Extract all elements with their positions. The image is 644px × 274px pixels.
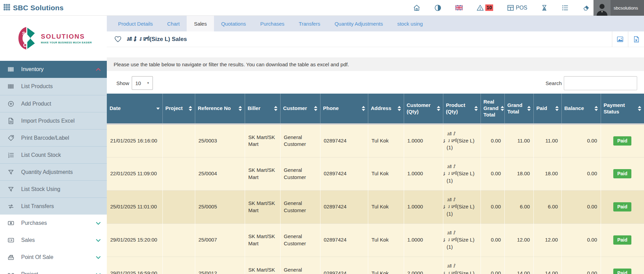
banknote-icon [7,220,15,227]
show-label: Show [116,80,129,86]
cell-customer-qty-: 1.0000 [404,223,443,257]
sidebar-item-inventory[interactable]: Inventory [0,61,107,78]
sidebar-item-add-product[interactable]: Add Product [0,95,107,112]
uk-flag-icon[interactable] [455,5,463,10]
svg-text:S: S [22,31,25,36]
logo-emblem: S B C [15,25,38,52]
table-row[interactable]: 29/01/2025 16:59:0025/0012SK Mart/SK Mar… [107,257,644,274]
column-header-reference-no[interactable]: Reference No [195,94,245,124]
sidebar-item-project[interactable]: Project [0,266,107,274]
cell-balance: 0.00 [561,223,601,257]
column-header-biller[interactable]: Biller [245,94,280,124]
home-icon[interactable] [413,4,420,12]
brand-title: SBC Solutions [13,4,63,12]
sidebar: S B C SOLUTIONS MAKE YOUR BUSINESS MUCH … [0,16,107,274]
search-input[interactable] [564,76,637,90]
tab-transfers[interactable]: Transfers [291,16,327,31]
favorite-heart-icon[interactable] [107,36,126,42]
column-header-phone[interactable]: Phone [320,94,368,124]
main-content: Product DetailsChartSalesQuotationsPurch… [107,16,644,274]
cell-reference-no: 25/0003 [195,124,245,157]
cell-grand-total: 12.00 [504,223,533,257]
sidebar-item-list-transfers[interactable]: List Transfers [0,197,107,215]
cell-address: Tul Kok [368,190,404,223]
sidebar-item-print-barcode-label[interactable]: Print Barcode/Label [0,129,107,146]
sidebar-item-list-count-stock[interactable]: List Count Stock [0,146,107,163]
tab-purchases[interactable]: Purchases [253,16,291,31]
cell-balance: 0.00 [561,157,601,190]
column-header-customer-qty-[interactable]: Customer (Qty) [404,94,443,124]
column-header-grand-total[interactable]: Grand Total [504,94,533,124]
tab-product-details[interactable]: Product Details [111,16,160,31]
money-check-icon [7,237,15,244]
export-image-button[interactable] [612,31,628,47]
sidebar-item-label: Point Of Sale [15,254,96,260]
hourglass-icon[interactable] [541,4,548,12]
table-row[interactable]: 25/01/2025 11:01:0025/0005SK Mart/SK Mar… [107,190,644,223]
column-header-balance[interactable]: Balance [561,94,601,124]
pos-label: POS [516,5,527,11]
cell-payment-status: Paid [601,157,644,190]
sidebar-item-point-of-sale[interactable]: Point Of Sale [0,249,107,266]
page-body: Please use the table below to navigate o… [107,47,644,274]
info-banner: Please use the table below to navigate o… [107,57,644,71]
company-logo[interactable]: S B C SOLUTIONS MAKE YOUR BUSINESS MUCH … [0,16,107,61]
app-brand[interactable]: SBC Solutions [0,4,63,12]
chevron-down-icon [96,255,101,260]
column-header-real-grand-total[interactable]: Real Grand Total [481,94,504,124]
tab-quantity-adjustments[interactable]: Quantity Adjustments [327,16,390,31]
cell-project [162,190,195,223]
tab-quotations[interactable]: Quotations [214,16,253,31]
column-header-customer[interactable]: Customer [280,94,320,124]
cell-biller: SK Mart/SK Mart [245,124,280,157]
column-header-address[interactable]: Address [368,94,404,124]
column-header-paid[interactable]: Paid [533,94,561,124]
cell-grand-total: 6.00 [504,190,533,223]
column-header-date[interactable]: Date [107,94,162,124]
tab-sales[interactable]: Sales [187,16,214,31]
cell-date: 21/01/2025 16:16:00 [107,124,162,157]
tab-chart[interactable]: Chart [160,16,187,31]
cell-real-grand-total: 0.00 [481,124,504,157]
sidebar-item-list-products[interactable]: List Products [0,78,107,95]
sales-table: DateProjectReference NoBillerCustomerPho… [107,94,644,274]
cell-phone: 02897424 [320,157,368,190]
cell-customer-qty-: 1.0000 [404,157,443,190]
sidebar-item-label: List Transfers [15,203,101,209]
table-row[interactable]: 22/01/2025 11:09:0025/0004SK Mart/SK Mar… [107,157,644,190]
cell-balance: 0.00 [561,124,601,157]
export-excel-button[interactable] [628,31,644,47]
title-bar: អាវក្រៅ(Size L) Sales [107,31,644,47]
contrast-icon[interactable] [434,4,442,12]
alerts-count-badge[interactable]: 10 [485,4,493,11]
cell-paid: 12.00 [533,223,561,257]
table-row[interactable]: 29/01/2025 15:20:0025/0007SK Mart/SK Mar… [107,223,644,257]
table-row[interactable]: 21/01/2025 16:16:0025/0003SK Mart/SK Mar… [107,124,644,157]
warning-icon[interactable]: 10 [476,4,493,12]
cell-product-qty-: អាវក្រៅ(Size L) (1) [443,124,481,157]
barcode-icon [7,83,15,90]
tasks-icon[interactable] [561,4,569,11]
page-title: អាវក្រៅ(Size L) Sales [126,36,612,43]
funnel-icon [7,186,15,193]
page-length-select[interactable]: 10 ▼ [132,76,153,90]
top-navbar: SBC Solutions 1 [0,0,644,16]
cell-date: 29/01/2025 16:59:00 [107,257,162,274]
user-menu[interactable]: sbcsolutions [593,0,644,16]
sidebar-item-purchases[interactable]: Purchases [0,215,107,232]
cell-date: 25/01/2025 11:01:00 [107,190,162,223]
sort-both-icon [636,106,641,111]
column-header-product-qty-[interactable]: Product (Qty) [443,94,481,124]
sidebar-item-list-stock-using[interactable]: List Stock Using [0,180,107,197]
sidebar-item-quantity-adjustments[interactable]: Quantity Adjustments [0,163,107,180]
sidebar-item-sales[interactable]: Sales [0,232,107,249]
column-header-payment-status[interactable]: Payment Status [601,94,644,124]
tab-stock-using[interactable]: stock using [390,16,430,31]
eraser-icon[interactable] [583,4,590,11]
cell-biller: SK Mart/SK Mart [245,190,280,223]
column-header-project[interactable]: Project [162,94,195,124]
sort-both-icon [360,106,365,111]
pos-grid-icon[interactable]: POS [507,4,527,12]
cell-grand-total: 11.00 [504,124,533,157]
sidebar-item-import-products-excel[interactable]: Import Products Excel [0,112,107,129]
